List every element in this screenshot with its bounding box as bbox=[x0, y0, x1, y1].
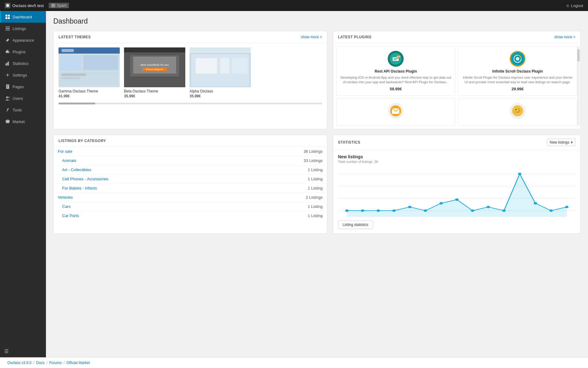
svg-rect-16 bbox=[8, 62, 9, 66]
sidebar-bottom: ☰ bbox=[0, 345, 46, 357]
svg-point-55 bbox=[516, 57, 519, 61]
chart-subtitle: Total number of listings: 39 bbox=[338, 160, 576, 163]
listing-count: 1 Listing bbox=[240, 202, 327, 211]
svg-point-23 bbox=[8, 97, 10, 98]
theme-price: 35.99€ bbox=[190, 94, 251, 98]
footer-docs-link[interactable]: Docs bbox=[36, 361, 44, 365]
category-name[interactable]: For Babies - Infants bbox=[54, 183, 240, 193]
themes-card-header: LATEST THEMES show more > bbox=[54, 31, 327, 43]
category-name[interactable]: Cars bbox=[54, 202, 240, 211]
sidebar-item-statistics[interactable]: Statistics bbox=[0, 58, 46, 69]
svg-rect-2 bbox=[6, 15, 7, 17]
plugin-item: Infinite Scroll Osclass Plugin Infinite … bbox=[458, 46, 577, 96]
plugins-card-title: LATEST PLUGINS bbox=[338, 35, 371, 39]
svg-rect-24 bbox=[7, 119, 7, 121]
svg-rect-49 bbox=[394, 58, 398, 59]
plugins-grid: API Rest API Osclass Plugin Developing I… bbox=[336, 46, 578, 126]
footer-version-link[interactable]: Osclass v3.9.0 bbox=[7, 361, 32, 365]
svg-rect-11 bbox=[8, 50, 8, 51]
svg-rect-50 bbox=[394, 59, 397, 60]
theme-image: Best classifieds for you Browse categori… bbox=[124, 47, 185, 87]
sidebar-item-plugins[interactable]: Plugins bbox=[0, 46, 46, 58]
svg-point-70 bbox=[376, 209, 380, 212]
sidebar: Dashboard Listings Appearance Plugins St… bbox=[0, 11, 46, 357]
footer: Osclass v3.9.0 / Docs / Forums / Officia… bbox=[0, 357, 588, 368]
svg-rect-20 bbox=[7, 86, 9, 87]
statistics-dropdown-label: New listings bbox=[550, 140, 569, 145]
svg-point-59 bbox=[515, 109, 517, 110]
hamburger-icon[interactable]: ☰ bbox=[4, 349, 9, 354]
svg-point-63 bbox=[519, 110, 520, 111]
svg-point-80 bbox=[533, 202, 537, 205]
svg-rect-35 bbox=[124, 47, 185, 52]
sidebar-item-users[interactable]: Users bbox=[0, 92, 46, 104]
list-icon bbox=[5, 26, 10, 31]
brand-label: Osclass dev5 test bbox=[12, 3, 44, 8]
footer-forums-link[interactable]: Forums bbox=[49, 361, 62, 365]
svg-point-73 bbox=[424, 209, 427, 212]
svg-rect-45 bbox=[220, 58, 229, 73]
spam-count: 2 bbox=[51, 4, 55, 7]
logout-button[interactable]: ⎋ Logout bbox=[567, 3, 583, 8]
sidebar-item-market[interactable]: Market bbox=[0, 116, 46, 127]
plugins-scrollbar[interactable] bbox=[577, 46, 580, 126]
svg-rect-4 bbox=[6, 17, 7, 19]
chevron-down-icon: ▾ bbox=[571, 140, 573, 145]
category-name[interactable]: Vehicles bbox=[54, 193, 240, 202]
plugin-name: Rest API Osclass Plugin bbox=[340, 69, 452, 73]
category-name[interactable]: For sale bbox=[54, 147, 240, 156]
svg-rect-8 bbox=[6, 30, 10, 30]
sidebar-item-pages[interactable]: Pages bbox=[0, 81, 46, 92]
footer-sep: / bbox=[63, 361, 64, 365]
sidebar-item-listings[interactable]: Listings bbox=[0, 23, 46, 34]
footer-market-link[interactable]: Official Market bbox=[66, 361, 90, 365]
theme-image bbox=[58, 47, 120, 87]
sidebar-item-tools[interactable]: Tools bbox=[0, 104, 46, 116]
svg-point-68 bbox=[345, 209, 348, 212]
theme-item: Best classifieds for you Browse categori… bbox=[124, 47, 185, 98]
listing-count: 1 Listing bbox=[240, 165, 327, 174]
category-name[interactable]: Cell Phones - Accessories bbox=[54, 174, 240, 183]
svg-point-60 bbox=[518, 108, 519, 109]
theme-name: Gamma Osclass Theme bbox=[58, 89, 120, 93]
theme-name: Beta Osclass Theme bbox=[124, 89, 185, 93]
theme-price: 35.99€ bbox=[124, 94, 185, 98]
category-name[interactable]: Art - Collectibles bbox=[54, 165, 240, 174]
plugin-desc: Infinite Scroll Plugin for Osclass impro… bbox=[461, 75, 574, 85]
category-name[interactable]: Car Parts bbox=[54, 211, 240, 220]
svg-rect-13 bbox=[8, 52, 9, 53]
listings-card-header: LISTINGS BY CATEGORY bbox=[54, 135, 327, 147]
themes-show-more-link[interactable]: show more > bbox=[301, 35, 322, 39]
page-title: Dashboard bbox=[53, 17, 581, 25]
listings-by-category-card: LISTINGS BY CATEGORY For sale36 Listings… bbox=[53, 135, 327, 234]
brush-icon bbox=[5, 38, 10, 43]
svg-point-61 bbox=[515, 111, 516, 112]
themes-card-title: LATEST THEMES bbox=[58, 35, 91, 39]
plugins-show-more-link[interactable]: show more > bbox=[554, 35, 575, 39]
themes-scrollbar[interactable] bbox=[58, 103, 322, 104]
themes-list: Gamma Osclass Theme 41.99€ Best classifi… bbox=[54, 43, 327, 103]
svg-text:Browse categories: Browse categories bbox=[146, 68, 164, 71]
spam-badge[interactable]: 2 Spam bbox=[49, 3, 69, 8]
users-icon bbox=[5, 96, 10, 101]
listing-statistics-button[interactable]: Listing statistics bbox=[338, 220, 373, 229]
svg-rect-33 bbox=[62, 77, 80, 79]
listings-table: For sale36 ListingsAnimals33 ListingsArt… bbox=[54, 147, 327, 220]
sidebar-item-settings[interactable]: Settings bbox=[0, 69, 46, 81]
plugin-price: 59.99€ bbox=[340, 87, 452, 91]
svg-rect-15 bbox=[7, 62, 8, 66]
statistics-card: STATISTICS New listings ▾ New listings T… bbox=[333, 135, 581, 234]
scroll-plugin-icon bbox=[510, 51, 526, 67]
sidebar-label-settings: Settings bbox=[13, 73, 27, 77]
logout-label: Logout bbox=[571, 3, 583, 8]
listing-count: 36 Listings bbox=[240, 147, 327, 156]
table-row: For sale36 Listings bbox=[54, 147, 327, 156]
statistics-dropdown[interactable]: New listings ▾ bbox=[547, 139, 575, 146]
sidebar-item-dashboard[interactable]: Dashboard bbox=[0, 11, 46, 23]
sidebar-item-appearance[interactable]: Appearance bbox=[0, 34, 46, 46]
table-row: Vehicles2 Listings bbox=[54, 193, 327, 202]
chart-svg bbox=[338, 168, 576, 217]
category-name[interactable]: Animals bbox=[54, 156, 240, 165]
table-row: Art - Collectibles1 Listing bbox=[54, 165, 327, 174]
svg-point-75 bbox=[455, 198, 458, 201]
